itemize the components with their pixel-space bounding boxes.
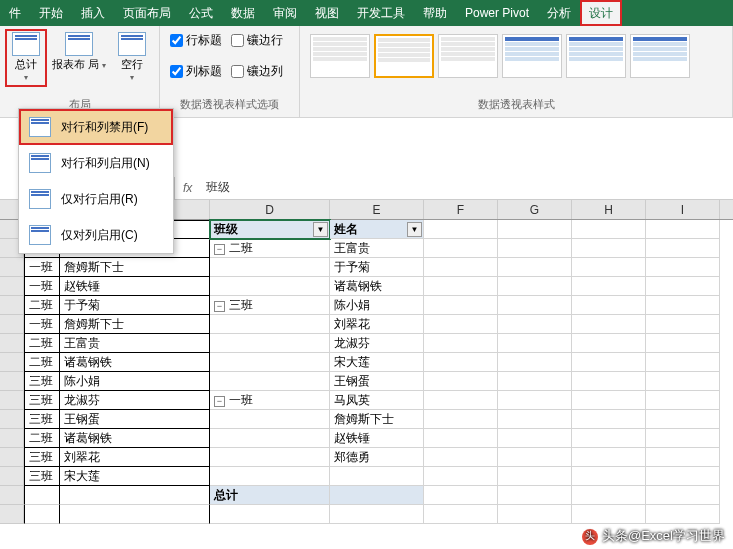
cell[interactable] <box>646 505 720 524</box>
row-header[interactable] <box>0 372 24 391</box>
row-header[interactable] <box>0 315 24 334</box>
pivot-cell[interactable]: 班级▼ <box>210 220 330 239</box>
cell[interactable] <box>498 277 572 296</box>
cell[interactable] <box>424 353 498 372</box>
pivot-cell[interactable]: −三班 <box>210 296 330 315</box>
table-cell[interactable]: 一班 <box>24 277 60 296</box>
cell[interactable] <box>572 220 646 239</box>
style-thumb[interactable] <box>630 34 690 78</box>
cell[interactable] <box>424 410 498 429</box>
table-cell[interactable]: 二班 <box>24 296 60 315</box>
style-thumb[interactable] <box>438 34 498 78</box>
table-cell[interactable]: 二班 <box>24 334 60 353</box>
table-cell[interactable]: 三班 <box>24 391 60 410</box>
cell[interactable] <box>572 410 646 429</box>
cell[interactable] <box>572 372 646 391</box>
rowheaders-checkbox[interactable] <box>170 34 183 47</box>
pivot-cell[interactable] <box>210 505 330 524</box>
cell[interactable] <box>424 467 498 486</box>
table-cell[interactable]: 二班 <box>24 429 60 448</box>
table-cell[interactable]: 于予菊 <box>60 296 210 315</box>
cell[interactable] <box>646 410 720 429</box>
pivot-cell[interactable]: 马凤英 <box>330 391 424 410</box>
pivot-cell[interactable]: 郑德勇 <box>330 448 424 467</box>
tab-home[interactable]: 开始 <box>30 0 72 26</box>
cell[interactable] <box>572 277 646 296</box>
cell[interactable] <box>498 296 572 315</box>
cell[interactable] <box>498 372 572 391</box>
cell[interactable] <box>572 429 646 448</box>
pivot-cell[interactable]: 龙淑芬 <box>330 334 424 353</box>
colheaders-checkbox[interactable] <box>170 65 183 78</box>
cell[interactable] <box>646 296 720 315</box>
pivot-cell[interactable]: −一班 <box>210 391 330 410</box>
cell[interactable] <box>646 353 720 372</box>
table-cell[interactable]: 一班 <box>24 315 60 334</box>
row-header[interactable] <box>0 429 24 448</box>
bandedcols-checkbox[interactable] <box>231 65 244 78</box>
col-header-d[interactable]: D <box>210 200 330 219</box>
cell[interactable] <box>498 258 572 277</box>
cell[interactable] <box>498 505 572 524</box>
cell[interactable] <box>498 334 572 353</box>
col-header-g[interactable]: G <box>498 200 572 219</box>
pivot-cell[interactable]: 诸葛钢铁 <box>330 277 424 296</box>
table-cell[interactable] <box>60 505 210 524</box>
cell[interactable] <box>424 429 498 448</box>
row-header[interactable] <box>0 277 24 296</box>
pivot-cell[interactable]: 宋大莲 <box>330 353 424 372</box>
col-header-e[interactable]: E <box>330 200 424 219</box>
cell[interactable] <box>572 505 646 524</box>
col-header-i[interactable]: I <box>646 200 720 219</box>
filter-dropdown-icon[interactable]: ▼ <box>407 222 422 237</box>
table-cell[interactable]: 詹姆斯下士 <box>60 258 210 277</box>
pivot-cell[interactable] <box>210 277 330 296</box>
cell[interactable] <box>646 277 720 296</box>
cell[interactable] <box>498 467 572 486</box>
table-cell[interactable]: 陈小娟 <box>60 372 210 391</box>
table-cell[interactable] <box>60 486 210 505</box>
cell[interactable] <box>424 239 498 258</box>
tab-pagelayout[interactable]: 页面布局 <box>114 0 180 26</box>
col-header-f[interactable]: F <box>424 200 498 219</box>
cell[interactable] <box>646 467 720 486</box>
pivot-cell[interactable] <box>210 372 330 391</box>
tab-dev[interactable]: 开发工具 <box>348 0 414 26</box>
row-header[interactable] <box>0 467 24 486</box>
tab-review[interactable]: 审阅 <box>264 0 306 26</box>
cell[interactable] <box>498 429 572 448</box>
collapse-icon[interactable]: − <box>214 396 225 407</box>
tab-help[interactable]: 帮助 <box>414 0 456 26</box>
pivot-cell[interactable]: 陈小娟 <box>330 296 424 315</box>
table-cell[interactable]: 赵铁锤 <box>60 277 210 296</box>
table-cell[interactable]: 三班 <box>24 448 60 467</box>
cell[interactable] <box>498 239 572 258</box>
cell[interactable] <box>572 467 646 486</box>
collapse-icon[interactable]: − <box>214 301 225 312</box>
cell[interactable] <box>572 239 646 258</box>
cell[interactable] <box>424 296 498 315</box>
tab-formulas[interactable]: 公式 <box>180 0 222 26</box>
tab-view[interactable]: 视图 <box>306 0 348 26</box>
cell[interactable] <box>498 486 572 505</box>
cell[interactable] <box>498 448 572 467</box>
cell[interactable] <box>424 505 498 524</box>
cell[interactable] <box>646 220 720 239</box>
cell[interactable] <box>424 220 498 239</box>
blankrows-button[interactable]: 空行▾ <box>112 30 152 86</box>
pivot-cell[interactable]: 姓名▼ <box>330 220 424 239</box>
cell[interactable] <box>646 334 720 353</box>
tab-powerpivot[interactable]: Power Pivot <box>456 0 538 26</box>
table-cell[interactable]: 一班 <box>24 258 60 277</box>
cell[interactable] <box>498 220 572 239</box>
table-cell[interactable]: 王钢蛋 <box>60 410 210 429</box>
cell[interactable] <box>646 258 720 277</box>
menu-on-rows-cols[interactable]: 对行和列启用(N) <box>19 145 173 181</box>
pivot-cell[interactable] <box>210 467 330 486</box>
styles-gallery[interactable] <box>306 30 726 82</box>
table-cell[interactable]: 詹姆斯下士 <box>60 315 210 334</box>
row-header[interactable] <box>0 410 24 429</box>
cell[interactable] <box>424 372 498 391</box>
col-header-h[interactable]: H <box>572 200 646 219</box>
pivot-cell[interactable] <box>330 467 424 486</box>
